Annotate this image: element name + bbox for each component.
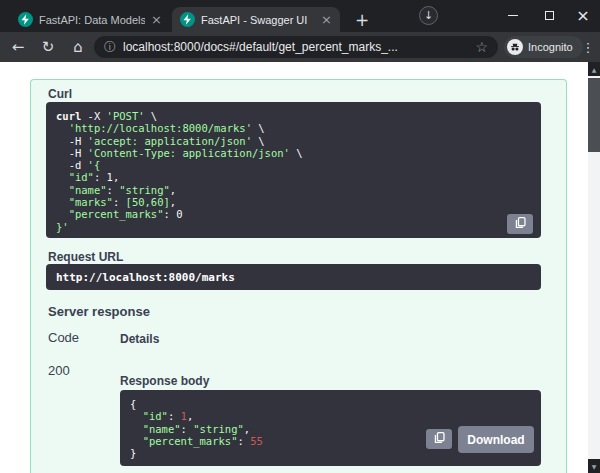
details-column-header: Details <box>120 332 159 346</box>
tab-close-icon[interactable]: × <box>151 13 162 26</box>
tab-close-icon[interactable]: × <box>321 13 332 26</box>
incognito-badge: Incognito <box>504 36 583 58</box>
tab-title: FastAPI: Data Models. Lear <box>39 14 145 26</box>
copy-curl-button[interactable] <box>507 214 533 234</box>
url-text: localhost:8000/docs#/default/get_percent… <box>123 40 468 54</box>
download-bubble-icon[interactable]: ↓ <box>419 6 438 25</box>
maximize-button[interactable] <box>532 0 566 30</box>
copy-response-button[interactable] <box>426 429 452 449</box>
scroll-down-icon[interactable]: ▼ <box>588 459 600 473</box>
back-icon[interactable]: ← <box>4 32 32 62</box>
incognito-label: Incognito <box>528 41 573 53</box>
code-column-header: Code <box>48 330 79 345</box>
address-bar[interactable]: ⓘ localhost:8000/docs#/default/get_perce… <box>94 36 498 58</box>
request-url-value: http://localhost:8000/marks <box>56 271 235 284</box>
download-button[interactable]: Download <box>458 426 534 453</box>
minimize-button[interactable] <box>496 0 530 30</box>
copy-icon <box>433 430 446 448</box>
copy-icon <box>514 215 527 233</box>
site-info-icon[interactable]: ⓘ <box>104 39 116 56</box>
response-status-code: 200 <box>48 363 70 378</box>
bookmark-star-icon[interactable]: ☆ <box>475 39 488 55</box>
close-window-button[interactable]: × <box>566 0 600 30</box>
tab-fastapi-data-models[interactable]: FastAPI: Data Models. Lear × <box>10 7 170 32</box>
tab-swagger-ui-active[interactable]: FastAPI - Swagger UI × <box>172 7 340 32</box>
maximize-icon <box>545 11 554 20</box>
tab-title: FastAPI - Swagger UI <box>201 14 315 26</box>
scroll-up-icon[interactable]: ▲ <box>588 62 600 76</box>
tab-strip: FastAPI: Data Models. Lear × FastAPI - S… <box>0 0 600 32</box>
browser-menu-icon[interactable]: ⋮ <box>580 32 596 62</box>
minimize-icon <box>508 15 518 16</box>
swagger-page: Curl curl -X 'POST' \ 'http://localhost:… <box>0 62 588 473</box>
fastapi-favicon-icon <box>18 12 33 27</box>
server-response-heading: Server response <box>48 304 150 319</box>
home-icon[interactable]: ⌂ <box>64 32 92 62</box>
request-url-label: Request URL <box>48 250 123 264</box>
incognito-icon <box>507 39 523 55</box>
curl-code-block: curl -X 'POST' \ 'http://localhost:8000/… <box>46 102 541 238</box>
fastapi-favicon-icon <box>180 12 195 27</box>
curl-label: Curl <box>48 87 72 101</box>
new-tab-button[interactable]: + <box>350 7 374 32</box>
browser-window: FastAPI: Data Models. Lear × FastAPI - S… <box>0 0 600 473</box>
scrollbar-thumb[interactable] <box>588 78 600 152</box>
reload-icon[interactable]: ↻ <box>34 32 62 62</box>
response-body-label: Response body <box>120 374 209 388</box>
request-url-bar: http://localhost:8000/marks <box>46 264 541 290</box>
